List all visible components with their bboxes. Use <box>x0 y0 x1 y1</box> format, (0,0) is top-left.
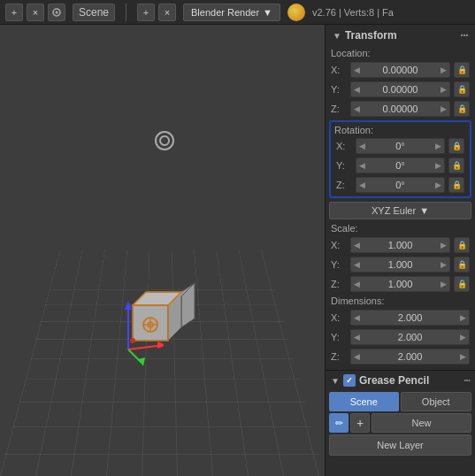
loc-y-label: Y: <box>331 84 347 95</box>
rot-z-value: 0° <box>395 180 405 190</box>
scale-y-left-arrow: ◀ <box>354 260 360 269</box>
grease-add-btn[interactable]: + <box>350 413 370 433</box>
loc-x-lock[interactable]: 🔒 <box>454 62 470 78</box>
rot-z-input[interactable]: ◀ 0° ▶ <box>356 177 445 193</box>
rot-z-right-arrow: ▶ <box>435 180 441 189</box>
axes-svg <box>93 296 164 367</box>
right-panel: ▼ Transform ··· Location: X: ◀ 0.00000 ▶… <box>325 25 475 476</box>
dropdown-arrow-icon: ▼ <box>263 7 272 18</box>
scale-x-row: X: ◀ 1.000 ▶ 🔒 <box>326 235 475 255</box>
right-window-controls: + × <box>137 4 176 21</box>
rot-x-label: X: <box>336 141 352 151</box>
loc-y-right-arrow: ▶ <box>441 85 447 94</box>
dim-z-left-arrow: ◀ <box>354 352 360 361</box>
dim-x-left-arrow: ◀ <box>354 313 360 322</box>
axes-indicator <box>93 296 164 370</box>
rot-y-lock[interactable]: 🔒 <box>448 157 464 173</box>
scene-label[interactable]: Scene <box>73 4 115 21</box>
new-layer-button[interactable]: New Layer <box>329 434 471 456</box>
loc-x-input[interactable]: ◀ 0.00000 ▶ <box>350 62 450 78</box>
scale-z-right-arrow: ▶ <box>441 280 447 288</box>
scale-y-right-arrow: ▶ <box>441 260 447 269</box>
svg-marker-19 <box>138 357 145 366</box>
editor-type-btn[interactable] <box>48 4 65 21</box>
loc-z-right-arrow: ▶ <box>441 104 447 113</box>
scale-x-value: 1.000 <box>388 240 413 250</box>
scale-x-left-arrow: ◀ <box>354 241 360 250</box>
object-tab[interactable]: Object <box>401 392 472 411</box>
rot-z-left-arrow: ◀ <box>359 180 365 189</box>
camera-indicator <box>155 131 174 150</box>
dim-y-right-arrow: ▶ <box>460 333 466 342</box>
scene-tab[interactable]: Scene <box>329 392 399 411</box>
scale-z-lock[interactable]: 🔒 <box>454 276 470 292</box>
scale-y-lock[interactable]: 🔒 <box>454 257 470 273</box>
rot-y-left-arrow: ◀ <box>359 161 365 170</box>
close-window-btn-2[interactable]: × <box>158 4 176 21</box>
scale-z-input[interactable]: ◀ 1.000 ▶ <box>350 276 450 292</box>
rotation-x-row: X: ◀ 0° ▶ 🔒 <box>331 136 470 156</box>
add-window-btn[interactable]: + <box>5 4 23 21</box>
grease-pencil-section: ▼ ✓ Grease Pencil ··· Scene Object ✏ <box>326 370 475 457</box>
dim-y-left-arrow: ◀ <box>354 333 360 342</box>
rot-y-input[interactable]: ◀ 0° ▶ <box>356 157 445 173</box>
grease-pencil-title: Grease Pencil <box>359 374 429 387</box>
viewport[interactable] <box>0 25 325 476</box>
loc-y-value: 0.00000 <box>383 84 418 95</box>
scale-x-input[interactable]: ◀ 1.000 ▶ <box>350 237 450 253</box>
main-content: ▼ Transform ··· Location: X: ◀ 0.00000 ▶… <box>0 25 475 476</box>
pencil-draw-btn[interactable]: ✏ <box>329 413 349 433</box>
dim-z-value: 2.000 <box>398 351 423 362</box>
loc-x-left-arrow: ◀ <box>354 65 360 74</box>
location-label: Location: <box>326 46 475 60</box>
rot-z-lock[interactable]: 🔒 <box>448 177 464 193</box>
rot-z-label: Z: <box>336 180 352 190</box>
grease-pencil-header: ▼ ✓ Grease Pencil ··· <box>326 371 475 390</box>
render-engine-dropdown[interactable]: Blender Render ▼ <box>183 4 280 21</box>
dim-z-row: Z: ◀ 2.000 ▶ <box>326 347 475 366</box>
grease-pencil-options-icon[interactable]: ··· <box>464 374 470 387</box>
transform-collapse-icon[interactable]: ▼ <box>333 31 341 41</box>
loc-x-value: 0.00000 <box>383 65 418 75</box>
loc-y-lock[interactable]: 🔒 <box>454 81 470 97</box>
add-window-btn-2[interactable]: + <box>137 4 155 21</box>
transform-options-icon[interactable]: ··· <box>460 28 468 42</box>
dim-z-label: Z: <box>331 351 347 362</box>
rot-x-left-arrow: ◀ <box>359 142 365 150</box>
loc-z-input[interactable]: ◀ 0.00000 ▶ <box>350 101 450 117</box>
pencil-icon: ✏ <box>335 418 343 429</box>
loc-y-input[interactable]: ◀ 0.00000 ▶ <box>350 81 450 97</box>
loc-z-lock[interactable]: 🔒 <box>454 101 470 117</box>
plus-icon: + <box>356 416 364 430</box>
rot-x-input[interactable]: ◀ 0° ▶ <box>356 138 445 154</box>
dim-y-label: Y: <box>331 332 347 342</box>
grease-pencil-checkbox[interactable]: ✓ <box>343 374 356 387</box>
dimensions-label: Dimensions: <box>326 294 475 308</box>
grease-new-btn[interactable]: New <box>372 413 471 433</box>
close-window-btn[interactable]: × <box>27 4 44 21</box>
scale-y-input[interactable]: ◀ 1.000 ▶ <box>350 257 450 273</box>
scale-label: Scale: <box>326 221 475 235</box>
dim-y-row: Y: ◀ 2.000 ▶ <box>326 327 475 347</box>
scale-x-label: X: <box>331 240 347 250</box>
dim-x-input[interactable]: ◀ 2.000 ▶ <box>350 310 470 326</box>
dim-x-label: X: <box>331 312 347 323</box>
scale-y-label: Y: <box>331 259 347 270</box>
scale-x-lock[interactable]: 🔒 <box>454 237 470 253</box>
rotation-label: Rotation: <box>331 124 470 136</box>
svg-point-1 <box>56 11 58 13</box>
dim-y-input[interactable]: ◀ 2.000 ▶ <box>350 329 470 345</box>
rot-x-right-arrow: ▶ <box>435 142 441 150</box>
grease-collapse-icon[interactable]: ▼ <box>331 376 340 386</box>
location-z-row: Z: ◀ 0.00000 ▶ 🔒 <box>326 99 475 119</box>
grease-pencil-tools-row: ✏ + New <box>329 413 471 433</box>
location-y-row: Y: ◀ 0.00000 ▶ 🔒 <box>326 80 475 99</box>
rot-x-lock[interactable]: 🔒 <box>448 138 464 154</box>
scale-z-value: 1.000 <box>388 279 413 289</box>
loc-x-label: X: <box>331 65 347 75</box>
scene-tab-label: Scene <box>350 396 378 407</box>
scale-y-value: 1.000 <box>388 259 413 270</box>
dim-z-input[interactable]: ◀ 2.000 ▶ <box>350 349 470 365</box>
scale-z-left-arrow: ◀ <box>354 280 360 288</box>
euler-dropdown[interactable]: XYZ Euler ▼ <box>329 202 471 219</box>
